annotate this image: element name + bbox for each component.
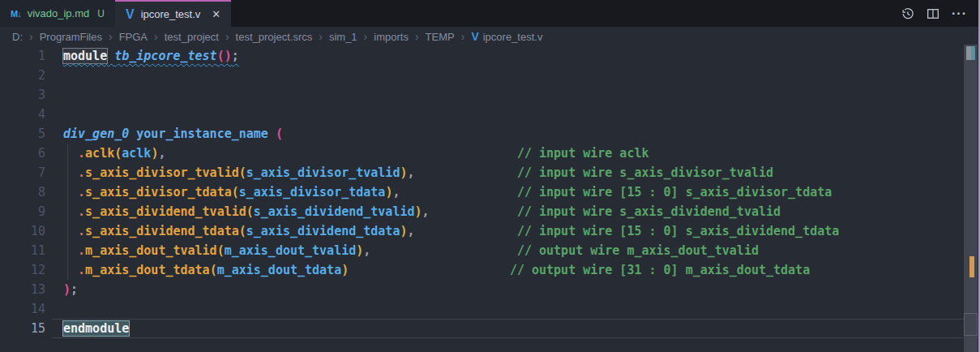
line-number[interactable]: 6 — [0, 144, 45, 163]
code-line[interactable]: 8 .s_axis_divisor_tdata(s_axis_divisor_t… — [0, 182, 980, 202]
token-pp: ) — [63, 282, 71, 297]
timeline-icon[interactable] — [901, 7, 914, 20]
breadcrumb-item[interactable]: test_project — [165, 31, 219, 43]
token-dot: . — [78, 263, 85, 277]
code-line[interactable]: 4 — [0, 105, 980, 124]
code-line[interactable]: 10 .s_axis_dividend_tdata(s_axis_dividen… — [0, 221, 980, 241]
code-line-content[interactable]: .s_axis_divisor_tvalid(s_axis_divisor_tv… — [63, 163, 773, 182]
code-line-content[interactable]: .aclk(aclk), // input wire aclk — [63, 144, 648, 163]
code-line-content[interactable]: .m_axis_dout_tdata(m_axis_dout_tdata) //… — [63, 260, 810, 280]
token-ip: ( — [217, 243, 225, 258]
token-pln — [415, 224, 517, 238]
code-line[interactable]: 5div_gen_0 your_instance_name ( — [0, 124, 980, 144]
code-line[interactable]: 15endmodule — [0, 319, 980, 338]
token-dot: . — [78, 165, 85, 180]
token-pln — [415, 165, 517, 180]
code-line-content[interactable]: .s_axis_dividend_tvalid(s_axis_dividend_… — [63, 202, 781, 221]
token-cmt: // input wire s_axis_dividend_tvalid — [517, 204, 781, 219]
code-editor[interactable]: 1module tb_ipcore_test();2345div_gen_0 y… — [0, 46, 980, 338]
line-number[interactable]: 7 — [0, 163, 45, 182]
code-line[interactable]: 1module tb_ipcore_test(); — [0, 46, 980, 66]
breadcrumb-item[interactable]: imports — [374, 31, 409, 43]
code-line-content[interactable]: .m_axis_dout_tvalid(m_axis_dout_tvalid),… — [63, 241, 759, 260]
token-pln — [349, 263, 510, 277]
token-ip: ( — [232, 185, 239, 200]
line-number[interactable]: 10 — [0, 221, 45, 241]
split-editor-icon[interactable] — [927, 7, 939, 20]
scrollbar[interactable] — [964, 45, 978, 352]
code-line[interactable]: 9 .s_axis_dividend_tvalid(s_axis_dividen… — [0, 202, 980, 221]
close-tab-icon[interactable]: ✕ — [212, 8, 220, 20]
code-line-content[interactable]: .s_axis_dividend_tdata(s_axis_dividend_t… — [63, 221, 839, 241]
breadcrumb-item[interactable]: sim_1 — [329, 31, 357, 43]
token-port: m_axis_dout_tvalid — [85, 243, 217, 258]
code-line[interactable]: 14 — [0, 299, 980, 319]
line-number[interactable]: 8 — [0, 182, 45, 202]
line-number[interactable]: 15 — [0, 319, 45, 338]
tab-ipcore-test-v[interactable]: V ipcore_test.v ✕ — [115, 0, 231, 27]
line-number[interactable]: 9 — [0, 202, 45, 221]
token-port: s_axis_divisor_tvalid — [85, 165, 239, 180]
code-line[interactable]: 13); — [0, 280, 980, 299]
line-number[interactable]: 13 — [0, 280, 45, 299]
tab-bar: M↓ vivado_ip.md U V ipcore_test.v ✕ — [0, 0, 980, 27]
breadcrumb-separator: › — [29, 30, 33, 43]
token-pp: ( — [276, 127, 283, 141]
code-line[interactable]: 11 .m_axis_dout_tvalid(m_axis_dout_tvali… — [0, 241, 980, 260]
token-cmt: // input wire [15 : 0] s_axis_dividend_t… — [517, 224, 839, 238]
code-line[interactable]: 2 — [0, 66, 980, 85]
token-cmt: // input wire [15 : 0] s_axis_divisor_td… — [517, 185, 832, 200]
token-pln — [63, 165, 78, 180]
code-line[interactable]: 12 .m_axis_dout_tdata(m_axis_dout_tdata)… — [0, 260, 980, 280]
breadcrumb-item[interactable]: FPGA — [119, 31, 148, 43]
code-line-content[interactable]: endmodule — [63, 319, 129, 338]
breadcrumb: D:›ProgramFiles›FPGA›test_project›test_p… — [0, 27, 980, 46]
vscode-editor-window: M↓ vivado_ip.md U V ipcore_test.v ✕ — [0, 0, 980, 352]
token-sig: s_axis_dividend_tvalid — [254, 204, 415, 219]
token-cmt: // output wire m_axis_dout_tvalid — [517, 243, 759, 258]
token-mod: tb_ipcore_test — [114, 49, 216, 63]
breadcrumb-separator: › — [154, 30, 158, 43]
error-squiggle: module tb_ipcore_test(); — [63, 49, 239, 63]
breadcrumb-item[interactable]: TEMP — [426, 31, 455, 43]
token-sig: s_axis_divisor_tdata — [239, 185, 386, 200]
line-number[interactable]: 3 — [0, 85, 45, 105]
markdown-icon: M↓ — [11, 9, 21, 19]
git-untracked-badge: U — [97, 8, 105, 19]
token-pun: , — [422, 204, 430, 219]
token-ip: ) — [356, 243, 363, 258]
token-pln — [63, 146, 78, 161]
code-line-content[interactable]: module tb_ipcore_test(); — [63, 46, 239, 66]
line-number[interactable]: 14 — [0, 299, 45, 319]
line-number[interactable]: 11 — [0, 241, 45, 260]
code-line[interactable]: 6 .aclk(aclk), // input wire aclk — [0, 144, 980, 163]
token-pp: () — [217, 49, 232, 63]
breadcrumb-item[interactable]: test_project.srcs — [236, 31, 313, 43]
breadcrumb-item[interactable]: D: — [12, 31, 23, 43]
line-number[interactable]: 1 — [0, 46, 45, 66]
token-pln — [370, 243, 517, 258]
token-pun: ; — [71, 282, 78, 297]
token-pln — [63, 243, 78, 258]
more-actions-icon[interactable]: ··· — [952, 6, 967, 21]
line-number[interactable]: 5 — [0, 124, 45, 144]
line-number[interactable]: 12 — [0, 260, 45, 280]
verilog-icon: V — [471, 30, 478, 43]
token-dot: . — [78, 146, 85, 161]
token-ip: ( — [239, 224, 246, 238]
token-pln — [63, 263, 78, 277]
line-number[interactable]: 2 — [0, 66, 45, 85]
tab-vivado-ip-md[interactable]: M↓ vivado_ip.md U — [0, 0, 115, 27]
line-number[interactable]: 4 — [0, 105, 45, 124]
code-line[interactable]: 7 .s_axis_divisor_tvalid(s_axis_divisor_… — [0, 163, 980, 182]
breadcrumb-item[interactable]: ProgramFiles — [40, 31, 102, 43]
code-line[interactable]: 3 — [0, 85, 980, 105]
token-cmt: // input wire aclk — [517, 146, 649, 161]
breadcrumb-item[interactable]: Vipcore_test.v — [471, 30, 542, 43]
code-line-content[interactable]: ); — [63, 280, 78, 299]
token-cmt: // output wire [31 : 0] m_axis_dout_tdat… — [510, 263, 810, 277]
verilog-icon: V — [126, 7, 135, 22]
code-line-content[interactable]: .s_axis_divisor_tdata(s_axis_divisor_tda… — [63, 182, 832, 202]
code-line-content[interactable]: div_gen_0 your_instance_name ( — [63, 124, 283, 144]
breadcrumb-separator: › — [319, 30, 323, 43]
